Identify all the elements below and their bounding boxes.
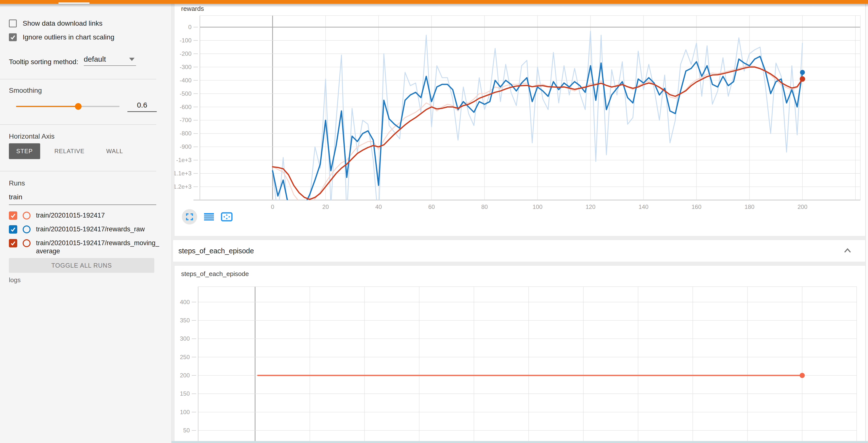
svg-text:100: 100 <box>533 204 542 210</box>
run-checkbox[interactable] <box>9 211 17 220</box>
svg-text:180: 180 <box>745 204 754 210</box>
divider <box>0 124 156 125</box>
svg-text:0: 0 <box>271 204 274 210</box>
horizontal-axis-label: Horizontal Axis <box>9 132 55 140</box>
run-color-ring[interactable] <box>23 226 31 233</box>
svg-text:60: 60 <box>428 204 435 210</box>
svg-text:200: 200 <box>180 372 190 379</box>
ignore-outliers-checkbox[interactable] <box>9 33 17 41</box>
svg-text:0: 0 <box>188 24 191 30</box>
smoothing-label: Smoothing <box>9 87 42 94</box>
svg-text:20: 20 <box>322 204 329 210</box>
steps-chart-card: steps_of_each_episode 400350300250200150… <box>174 265 866 443</box>
svg-text:250: 250 <box>180 354 190 360</box>
run-checkbox[interactable] <box>9 239 17 247</box>
svg-text:-100: -100 <box>180 37 191 43</box>
svg-text:40: 40 <box>375 204 382 210</box>
check-icon <box>10 212 16 219</box>
run-row-rewards[interactable]: train/20201015-192417 <box>9 211 105 220</box>
svg-text:150: 150 <box>180 390 190 397</box>
svg-text:-600: -600 <box>180 104 191 110</box>
svg-text:80: 80 <box>481 204 488 210</box>
run-label: train/20201015-192417/rewards_raw <box>36 225 145 233</box>
show-download-links-label: Show data download links <box>23 20 102 27</box>
run-color-ring[interactable] <box>23 239 31 247</box>
run-label: train/20201015-192417/rewards_moving_ave… <box>36 239 159 255</box>
svg-text:140: 140 <box>639 204 648 210</box>
svg-text:160: 160 <box>691 204 702 210</box>
fullscreen-button[interactable] <box>182 209 197 225</box>
svg-text:200: 200 <box>798 204 807 210</box>
fit-domain-button[interactable] <box>221 212 232 222</box>
slider-fill <box>16 106 78 107</box>
svg-text:100: 100 <box>180 409 190 415</box>
svg-text:50: 50 <box>183 427 190 434</box>
chevron-down-icon <box>129 58 134 61</box>
tooltip-sorting-dropdown[interactable]: default <box>84 55 136 66</box>
run-row-rewards-moving-average[interactable]: train/20201015-192417/rewards_moving_ave… <box>9 239 159 255</box>
svg-text:-200: -200 <box>180 50 191 57</box>
fullscreen-icon <box>186 213 193 221</box>
svg-text:-1.2e+3: -1.2e+3 <box>175 183 191 190</box>
smoothing-slider[interactable] <box>16 103 120 110</box>
svg-text:-800: -800 <box>180 130 191 137</box>
svg-text:300: 300 <box>180 335 190 342</box>
chevron-up-icon <box>843 246 852 255</box>
svg-text:-400: -400 <box>180 77 191 84</box>
active-tab-indicator <box>58 2 89 4</box>
smoothing-value-input[interactable]: 0.6 <box>127 101 157 112</box>
check-icon <box>10 34 16 40</box>
settings-sidebar: Show data download links Ignore outliers… <box>0 4 172 443</box>
divider <box>0 79 156 80</box>
runs-label: Runs <box>9 179 25 187</box>
horizontal-axis-button-group: STEP RELATIVE WALL <box>9 143 130 159</box>
run-label: train/20201015-192417 <box>36 211 105 219</box>
tooltip-sorting-label: Tooltip sorting method: <box>9 58 79 66</box>
svg-text:-900: -900 <box>180 143 191 150</box>
rewards-chart-card: rewards 0-100-200-300-400-500-600-700-80… <box>174 4 866 236</box>
ignore-outliers-label: Ignore outliers in chart scaling <box>23 33 114 41</box>
tooltip-sorting-value: default <box>84 55 106 63</box>
run-row-rewards-raw[interactable]: train/20201015-192417/rewards_raw <box>9 225 145 234</box>
svg-text:-500: -500 <box>180 90 191 97</box>
toggle-all-runs-button[interactable]: TOGGLE ALL RUNS <box>9 258 154 273</box>
show-download-links-checkbox[interactable] <box>9 20 17 27</box>
bottom-edge-strip <box>171 441 868 443</box>
svg-text:350: 350 <box>180 317 190 324</box>
logs-label: logs <box>9 276 21 284</box>
steps-section-title: steps_of_each_episode <box>179 247 254 255</box>
axis-step-button[interactable]: STEP <box>9 143 40 159</box>
runs-filter-input[interactable]: train <box>9 193 156 205</box>
check-icon <box>10 240 16 246</box>
dashboard-main: rewards 0-100-200-300-400-500-600-700-80… <box>171 4 868 443</box>
chart-toolbar <box>182 209 232 225</box>
svg-text:400: 400 <box>180 299 190 305</box>
steps-line-chart[interactable]: 40035030025020015010050 <box>175 266 866 443</box>
data-lines-button[interactable] <box>204 213 214 221</box>
run-checkbox[interactable] <box>9 225 17 234</box>
tooltip-sorting-row: Tooltip sorting method: default <box>9 55 136 66</box>
data-lines-icon <box>204 213 214 221</box>
rewards-line-chart[interactable]: 0-100-200-300-400-500-600-700-800-900-1e… <box>175 4 866 236</box>
check-icon <box>10 226 16 233</box>
run-color-ring[interactable] <box>23 212 31 219</box>
scrollbar-track[interactable] <box>866 4 868 443</box>
fit-domain-icon <box>221 212 232 222</box>
divider <box>0 171 156 171</box>
top-app-bar <box>0 0 868 4</box>
slider-knob[interactable] <box>75 103 82 110</box>
show-download-links-row[interactable]: Show data download links <box>9 20 102 27</box>
svg-text:-300: -300 <box>180 64 191 70</box>
collapse-button[interactable] <box>843 246 852 256</box>
axis-wall-button[interactable]: WALL <box>99 143 130 159</box>
svg-text:-1e+3: -1e+3 <box>176 157 191 163</box>
ignore-outliers-row[interactable]: Ignore outliers in chart scaling <box>9 33 114 41</box>
svg-text:-1.1e+3: -1.1e+3 <box>175 170 191 177</box>
steps-section-header[interactable]: steps_of_each_episode <box>173 240 866 262</box>
axis-relative-button[interactable]: RELATIVE <box>47 143 92 159</box>
svg-text:-700: -700 <box>180 117 191 123</box>
svg-text:120: 120 <box>586 204 595 210</box>
